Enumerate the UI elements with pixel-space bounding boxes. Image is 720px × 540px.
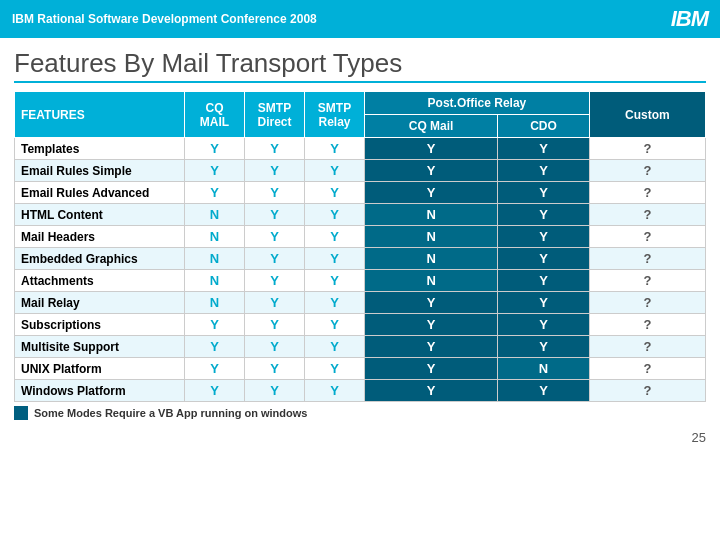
feature-name-cell: Mail Relay (15, 292, 185, 314)
value-cell: Y (498, 138, 590, 160)
feature-name-cell: Embedded Graphics (15, 248, 185, 270)
value-cell: N (185, 270, 245, 292)
value-cell: Y (498, 336, 590, 358)
features-table: FEATURES CQ MAIL SMTP Direct SMTP Relay … (14, 91, 706, 402)
value-cell: Y (185, 358, 245, 380)
page-title: Features By Mail Transport Types (14, 48, 706, 83)
value-cell: Y (498, 314, 590, 336)
col-smtp-relay: SMTP Relay (305, 92, 365, 138)
value-cell: Y (305, 248, 365, 270)
value-cell: Y (305, 204, 365, 226)
value-cell: N (185, 248, 245, 270)
value-cell: Y (365, 336, 498, 358)
value-cell: ? (589, 138, 705, 160)
value-cell: Y (305, 314, 365, 336)
feature-name-cell: Email Rules Advanced (15, 182, 185, 204)
feature-name-cell: UNIX Platform (15, 358, 185, 380)
col-smtp-direct: SMTP Direct (245, 92, 305, 138)
table-row: Mail HeadersNYYNY? (15, 226, 706, 248)
page-number: 25 (0, 426, 720, 445)
value-cell: Y (305, 358, 365, 380)
value-cell: ? (589, 358, 705, 380)
footer-icon (14, 406, 28, 420)
feature-name-cell: Mail Headers (15, 226, 185, 248)
col-po-cqmail: CQ Mail (365, 115, 498, 138)
value-cell: Y (365, 380, 498, 402)
value-cell: Y (245, 182, 305, 204)
value-cell: Y (245, 270, 305, 292)
value-cell: Y (365, 160, 498, 182)
value-cell: Y (498, 204, 590, 226)
feature-name-cell: Email Rules Simple (15, 160, 185, 182)
value-cell: Y (245, 226, 305, 248)
value-cell: Y (245, 292, 305, 314)
col-cq-mail: CQ MAIL (185, 92, 245, 138)
conference-title: IBM Rational Software Development Confer… (12, 12, 317, 26)
top-bar: IBM Rational Software Development Confer… (0, 0, 720, 38)
feature-name-cell: Multisite Support (15, 336, 185, 358)
value-cell: Y (365, 358, 498, 380)
value-cell: ? (589, 314, 705, 336)
value-cell: Y (305, 160, 365, 182)
value-cell: Y (498, 380, 590, 402)
value-cell: Y (365, 182, 498, 204)
table-row: HTML ContentNYYNY? (15, 204, 706, 226)
value-cell: Y (185, 138, 245, 160)
value-cell: Y (245, 336, 305, 358)
value-cell: N (498, 358, 590, 380)
value-cell: Y (365, 314, 498, 336)
table-row: AttachmentsNYYNY? (15, 270, 706, 292)
value-cell: ? (589, 182, 705, 204)
feature-name-cell: Windows Platform (15, 380, 185, 402)
col-custom: Custom (589, 92, 705, 138)
value-cell: Y (305, 182, 365, 204)
feature-name-cell: Attachments (15, 270, 185, 292)
table-row: Windows PlatformYYYYY? (15, 380, 706, 402)
value-cell: N (185, 292, 245, 314)
value-cell: N (365, 204, 498, 226)
value-cell: Y (185, 336, 245, 358)
value-cell: Y (365, 292, 498, 314)
value-cell: Y (498, 182, 590, 204)
value-cell: N (365, 270, 498, 292)
value-cell: Y (365, 138, 498, 160)
value-cell: N (365, 248, 498, 270)
ibm-logo: IBM (671, 6, 708, 32)
table-row: Mail RelayNYYYY? (15, 292, 706, 314)
feature-name-cell: Subscriptions (15, 314, 185, 336)
value-cell: Y (245, 314, 305, 336)
table-row: SubscriptionsYYYYY? (15, 314, 706, 336)
col-cdo: CDO (498, 115, 590, 138)
footer-note-text: Some Modes Require a VB App running on w… (34, 407, 307, 419)
value-cell: Y (305, 292, 365, 314)
value-cell: Y (498, 292, 590, 314)
value-cell: Y (245, 380, 305, 402)
value-cell: ? (589, 380, 705, 402)
value-cell: ? (589, 248, 705, 270)
value-cell: Y (185, 160, 245, 182)
value-cell: Y (245, 160, 305, 182)
col-features: FEATURES (15, 92, 185, 138)
table-row: Email Rules AdvancedYYYYY? (15, 182, 706, 204)
value-cell: ? (589, 270, 705, 292)
value-cell: ? (589, 226, 705, 248)
table-row: Email Rules SimpleYYYYY? (15, 160, 706, 182)
value-cell: ? (589, 204, 705, 226)
value-cell: N (185, 226, 245, 248)
value-cell: ? (589, 160, 705, 182)
value-cell: N (365, 226, 498, 248)
value-cell: Y (245, 138, 305, 160)
value-cell: Y (305, 270, 365, 292)
value-cell: Y (498, 248, 590, 270)
value-cell: ? (589, 292, 705, 314)
value-cell: Y (185, 380, 245, 402)
value-cell: Y (245, 248, 305, 270)
value-cell: Y (498, 226, 590, 248)
value-cell: N (185, 204, 245, 226)
table-row: Embedded GraphicsNYYNY? (15, 248, 706, 270)
feature-name-cell: HTML Content (15, 204, 185, 226)
value-cell: Y (305, 336, 365, 358)
value-cell: ? (589, 336, 705, 358)
value-cell: Y (245, 358, 305, 380)
value-cell: Y (305, 226, 365, 248)
